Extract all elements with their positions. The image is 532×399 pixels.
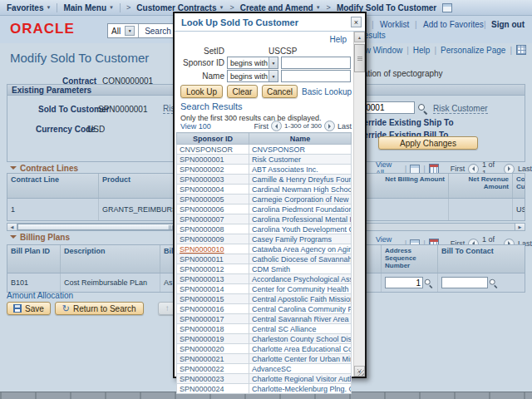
name-input[interactable] (281, 70, 351, 82)
sponsor-name-link[interactable]: Carolina Youth Development Center (252, 225, 352, 234)
breadcrumb-item-current-page[interactable]: Modify Sold To Customer (337, 3, 436, 12)
sponsor-operator-select[interactable]: begins with▼ (227, 57, 278, 69)
basic-lookup-link[interactable]: Basic Lookup (302, 87, 352, 96)
breadcrumb-main-menu[interactable]: Main Menu▼ (63, 3, 114, 12)
personalize-layout-icon[interactable] (516, 45, 526, 55)
sponsor-name-link[interactable]: Charlotte Center for Urban Ministry (252, 355, 352, 363)
sponsor-id-link[interactable]: SPN0000021 (180, 355, 224, 363)
sponsor-id-link[interactable]: CNVSPONSOR (180, 145, 233, 154)
vertical-scrollbar[interactable]: ▲ ▼ (353, 32, 365, 377)
apply-changes-button[interactable]: Apply Changes (378, 136, 478, 150)
view-100-link[interactable]: View 100 (180, 122, 211, 131)
contract-lines-section-toggle[interactable]: Contract Lines (10, 164, 78, 173)
lookup-result-row[interactable]: SPN0000010Catawba Area Agency on Aging (177, 244, 352, 254)
lookup-result-row[interactable]: SPN0000006Carolina Piedmont Foundation (177, 204, 352, 214)
name-operator-select[interactable]: begins with▼ (227, 70, 278, 82)
lookup-result-row[interactable]: SPN0000021Charlotte Center for Urban Min… (177, 354, 352, 364)
sponsor-name-link[interactable]: Catawba Area Agency on Aging (252, 245, 352, 254)
breadcrumb-favorites[interactable]: Favorites▼ (7, 3, 51, 12)
sponsor-name-link[interactable]: ABT Associates Inc. (252, 165, 318, 174)
return-to-search-button[interactable]: ↻Return to Search (55, 302, 144, 315)
save-button[interactable]: Save (7, 302, 51, 315)
sponsor-name-link[interactable]: Central Carolina Community Foundation (252, 305, 352, 313)
help-link[interactable]: Help (329, 35, 347, 44)
lookup-result-row[interactable]: SPN0000015Central Apostolic Faith Missio… (177, 294, 352, 304)
sponsor-name-link[interactable]: Charlotte Regional Visitor Authority (252, 375, 352, 383)
scrollbar-thumb[interactable] (17, 224, 175, 230)
sponsor-id-link[interactable]: SPN0000024 (180, 385, 224, 393)
last-label[interactable]: Last (337, 122, 352, 131)
lookup-result-row[interactable]: SPN0000012CDM Smith (177, 264, 352, 274)
sponsor-id-link[interactable]: SPN0000018 (180, 325, 224, 333)
sponsor-name-link[interactable]: Accordance Psychological Associates (252, 275, 352, 283)
lookup-result-row[interactable]: SPN0000001Risk Customer (177, 155, 352, 165)
breadcrumb-item-create-and-amend[interactable]: Create and Amend▼ (240, 3, 321, 12)
sponsor-name-link[interactable]: Risk Customer (252, 155, 301, 164)
sponsor-id-link[interactable]: SPN0000007 (180, 215, 224, 224)
clear-button[interactable]: Clear (227, 85, 258, 98)
sponsor-name-link[interactable]: Camille & Henry Dreyfus Foundation, Inc. (252, 175, 352, 184)
sponsor-name-link[interactable]: Carolina Piedmont Foundation (252, 205, 352, 214)
sponsor-name-link[interactable]: Charlotte Area Educational Consortium (C (252, 345, 352, 353)
sponsor-name-link[interactable]: Central SC Alliance (252, 325, 317, 333)
sponsor-id-link[interactable]: SPN0000001 (180, 155, 224, 164)
cancel-button[interactable]: Cancel (262, 85, 298, 98)
sponsor-name-link[interactable]: CNVSPONSOR (252, 145, 305, 154)
sponsor-id-link[interactable]: SPN0000010 (180, 245, 224, 254)
lookup-result-row[interactable]: SPN0000023Charlotte Regional Visitor Aut… (177, 374, 352, 384)
sponsor-name-link[interactable]: CDM Smith (252, 265, 290, 273)
scroll-right-icon[interactable]: ▶ (515, 224, 525, 230)
sponsor-id-link[interactable]: SPN0000019 (180, 335, 224, 343)
sponsor-name-link[interactable]: Central Savannah River Area Regional Dev (252, 315, 352, 323)
lookup-result-row[interactable]: SPN0000016Central Carolina Community Fou… (177, 304, 352, 314)
resize-grip[interactable] (357, 369, 364, 376)
lookup-result-row[interactable]: SPN0000002ABT Associates Inc. (177, 165, 352, 175)
sponsor-id-link[interactable]: SPN0000003 (180, 175, 224, 184)
sponsor-id-link[interactable]: SPN0000023 (180, 375, 224, 383)
global-search-input[interactable]: Search (139, 24, 171, 37)
lookup-result-row[interactable]: SPN0000019Charleston County School Distr… (177, 334, 352, 344)
sponsor-id-link[interactable]: SPN0000016 (180, 305, 224, 313)
billing-plans-section-toggle[interactable]: Billing Plans (10, 233, 70, 242)
look-up-button[interactable]: Look Up (180, 85, 223, 98)
lookup-result-row[interactable]: SPN0000008Carolina Youth Development Cen… (177, 224, 352, 234)
scroll-up-icon[interactable]: ▲ (354, 32, 365, 42)
worklist-link[interactable]: Worklist (380, 20, 409, 29)
lookup-result-row[interactable]: SPN0000003Camille & Henry Dreyfus Founda… (177, 175, 352, 185)
zoom-grid-icon[interactable] (410, 165, 420, 174)
sponsor-name-link[interactable]: Charleston County School District (252, 335, 352, 343)
related-actions-icon[interactable] (442, 3, 452, 12)
sponsor-id-link[interactable]: SPN0000022 (180, 365, 224, 373)
bill-to-contact-input[interactable] (441, 277, 488, 288)
first-label[interactable]: First (254, 122, 269, 131)
close-icon[interactable]: × (351, 17, 362, 27)
sponsor-id-input[interactable] (281, 57, 351, 69)
sponsor-id-link[interactable]: SPN0000005 (180, 195, 224, 204)
sponsor-id-link[interactable]: SPN0000013 (180, 275, 224, 283)
lookup-result-row[interactable]: SPN0000017Central Savannah River Area Re… (177, 314, 352, 324)
sponsor-name-link[interactable]: Central Apostolic Faith Mission (252, 295, 352, 303)
scroll-left-icon[interactable]: ◀ (7, 224, 17, 230)
last-label[interactable]: Last (518, 165, 532, 173)
risk-customer-link[interactable]: Risk Customer (433, 104, 488, 114)
lookup-result-row[interactable]: SPN0000020Charlotte Area Educational Con… (177, 344, 352, 354)
next-page-icon[interactable] (324, 121, 335, 131)
sponsor-id-link[interactable]: SPN0000008 (180, 225, 224, 234)
sponsor-id-link[interactable]: SPN0000012 (180, 265, 224, 273)
search-scope-select[interactable]: All▼ (108, 24, 139, 37)
lookup-result-row[interactable]: SPN0000011Catholic Diocese of Savannah -… (177, 254, 352, 264)
add-to-favorites-link[interactable]: Add to Favorites (423, 20, 484, 29)
lookup-result-row[interactable]: SPN0000004Cardinal Newman High School (177, 185, 352, 195)
sponsor-name-link[interactable]: AdvanceSC (252, 365, 292, 373)
sponsor-name-link[interactable]: Catholic Diocese of Savannah - Catholic (252, 255, 352, 264)
personalize-page-link[interactable]: Personalize Page (441, 46, 505, 55)
sponsor-name-link[interactable]: Center for Community Health Partnerships (252, 285, 352, 293)
lookup-result-row[interactable]: SPN0000009Casey Family Programs (177, 234, 352, 244)
lookup-result-row[interactable]: SPN0000007Carolina Professional Mental H… (177, 214, 352, 224)
scrollbar-thumb[interactable] (354, 44, 365, 72)
address-lookup-icon[interactable] (424, 278, 433, 288)
lookup-result-row[interactable]: SPN0000018Central SC Alliance (177, 324, 352, 334)
sponsor-id-link[interactable]: SPN0000015 (180, 295, 224, 303)
first-label[interactable]: First (451, 165, 466, 173)
amount-allocation-link[interactable]: Amount Allocation (7, 291, 73, 300)
